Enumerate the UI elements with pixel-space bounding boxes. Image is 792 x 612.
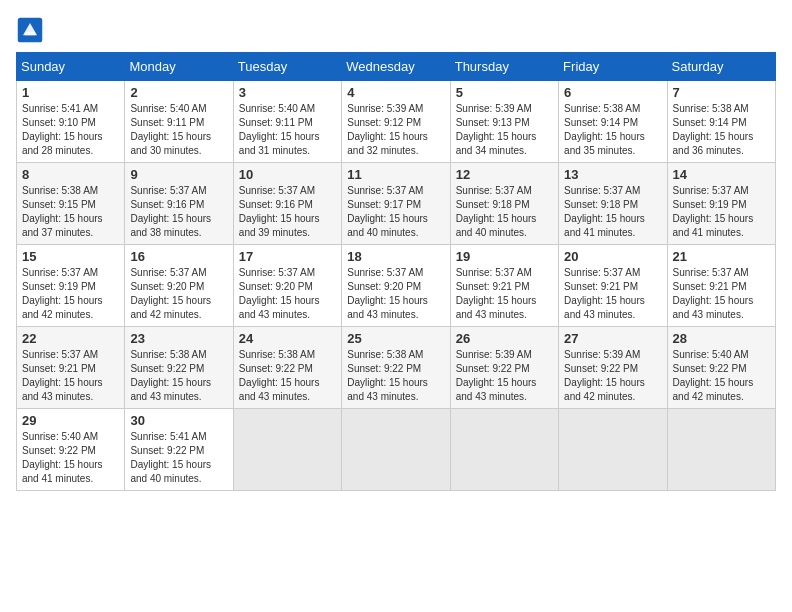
day-number: 18 [347, 249, 444, 264]
calendar-week-row: 22Sunrise: 5:37 AMSunset: 9:21 PMDayligh… [17, 327, 776, 409]
header-thursday: Thursday [450, 53, 558, 81]
day-number: 11 [347, 167, 444, 182]
calendar-cell: 19Sunrise: 5:37 AMSunset: 9:21 PMDayligh… [450, 245, 558, 327]
svg-rect-2 [25, 32, 36, 36]
calendar-cell: 15Sunrise: 5:37 AMSunset: 9:19 PMDayligh… [17, 245, 125, 327]
calendar-cell: 16Sunrise: 5:37 AMSunset: 9:20 PMDayligh… [125, 245, 233, 327]
day-number: 24 [239, 331, 336, 346]
day-info: Sunrise: 5:38 AMSunset: 9:14 PMDaylight:… [564, 102, 661, 158]
calendar-cell: 2Sunrise: 5:40 AMSunset: 9:11 PMDaylight… [125, 81, 233, 163]
day-number: 5 [456, 85, 553, 100]
day-info: Sunrise: 5:39 AMSunset: 9:22 PMDaylight:… [564, 348, 661, 404]
day-number: 13 [564, 167, 661, 182]
calendar-cell [342, 409, 450, 491]
calendar-cell: 17Sunrise: 5:37 AMSunset: 9:20 PMDayligh… [233, 245, 341, 327]
day-info: Sunrise: 5:37 AMSunset: 9:16 PMDaylight:… [239, 184, 336, 240]
day-number: 15 [22, 249, 119, 264]
calendar-cell: 7Sunrise: 5:38 AMSunset: 9:14 PMDaylight… [667, 81, 775, 163]
day-info: Sunrise: 5:38 AMSunset: 9:22 PMDaylight:… [239, 348, 336, 404]
day-number: 25 [347, 331, 444, 346]
day-number: 16 [130, 249, 227, 264]
day-info: Sunrise: 5:38 AMSunset: 9:22 PMDaylight:… [130, 348, 227, 404]
day-number: 3 [239, 85, 336, 100]
day-number: 8 [22, 167, 119, 182]
day-info: Sunrise: 5:39 AMSunset: 9:12 PMDaylight:… [347, 102, 444, 158]
day-info: Sunrise: 5:37 AMSunset: 9:19 PMDaylight:… [22, 266, 119, 322]
calendar-cell: 30Sunrise: 5:41 AMSunset: 9:22 PMDayligh… [125, 409, 233, 491]
header-saturday: Saturday [667, 53, 775, 81]
day-info: Sunrise: 5:37 AMSunset: 9:18 PMDaylight:… [456, 184, 553, 240]
day-info: Sunrise: 5:38 AMSunset: 9:14 PMDaylight:… [673, 102, 770, 158]
day-info: Sunrise: 5:37 AMSunset: 9:16 PMDaylight:… [130, 184, 227, 240]
calendar-week-row: 8Sunrise: 5:38 AMSunset: 9:15 PMDaylight… [17, 163, 776, 245]
day-info: Sunrise: 5:37 AMSunset: 9:19 PMDaylight:… [673, 184, 770, 240]
day-info: Sunrise: 5:41 AMSunset: 9:10 PMDaylight:… [22, 102, 119, 158]
day-number: 29 [22, 413, 119, 428]
day-info: Sunrise: 5:38 AMSunset: 9:15 PMDaylight:… [22, 184, 119, 240]
day-info: Sunrise: 5:40 AMSunset: 9:22 PMDaylight:… [22, 430, 119, 486]
header-friday: Friday [559, 53, 667, 81]
calendar-cell: 20Sunrise: 5:37 AMSunset: 9:21 PMDayligh… [559, 245, 667, 327]
calendar-cell: 8Sunrise: 5:38 AMSunset: 9:15 PMDaylight… [17, 163, 125, 245]
day-number: 20 [564, 249, 661, 264]
calendar-cell [450, 409, 558, 491]
day-number: 26 [456, 331, 553, 346]
day-number: 2 [130, 85, 227, 100]
day-number: 21 [673, 249, 770, 264]
day-number: 9 [130, 167, 227, 182]
calendar-cell: 13Sunrise: 5:37 AMSunset: 9:18 PMDayligh… [559, 163, 667, 245]
day-number: 7 [673, 85, 770, 100]
calendar-cell: 27Sunrise: 5:39 AMSunset: 9:22 PMDayligh… [559, 327, 667, 409]
day-number: 10 [239, 167, 336, 182]
day-number: 12 [456, 167, 553, 182]
calendar-cell: 28Sunrise: 5:40 AMSunset: 9:22 PMDayligh… [667, 327, 775, 409]
calendar-cell: 1Sunrise: 5:41 AMSunset: 9:10 PMDaylight… [17, 81, 125, 163]
calendar-cell: 26Sunrise: 5:39 AMSunset: 9:22 PMDayligh… [450, 327, 558, 409]
calendar-cell: 23Sunrise: 5:38 AMSunset: 9:22 PMDayligh… [125, 327, 233, 409]
day-number: 22 [22, 331, 119, 346]
calendar-cell: 14Sunrise: 5:37 AMSunset: 9:19 PMDayligh… [667, 163, 775, 245]
calendar-week-row: 29Sunrise: 5:40 AMSunset: 9:22 PMDayligh… [17, 409, 776, 491]
header-wednesday: Wednesday [342, 53, 450, 81]
calendar-cell: 6Sunrise: 5:38 AMSunset: 9:14 PMDaylight… [559, 81, 667, 163]
day-info: Sunrise: 5:37 AMSunset: 9:20 PMDaylight:… [347, 266, 444, 322]
header-monday: Monday [125, 53, 233, 81]
calendar: SundayMondayTuesdayWednesdayThursdayFrid… [16, 52, 776, 491]
calendar-header-row: SundayMondayTuesdayWednesdayThursdayFrid… [17, 53, 776, 81]
day-number: 1 [22, 85, 119, 100]
logo [16, 16, 48, 44]
day-number: 4 [347, 85, 444, 100]
day-info: Sunrise: 5:38 AMSunset: 9:22 PMDaylight:… [347, 348, 444, 404]
calendar-cell: 10Sunrise: 5:37 AMSunset: 9:16 PMDayligh… [233, 163, 341, 245]
day-info: Sunrise: 5:39 AMSunset: 9:13 PMDaylight:… [456, 102, 553, 158]
calendar-cell: 5Sunrise: 5:39 AMSunset: 9:13 PMDaylight… [450, 81, 558, 163]
calendar-cell: 22Sunrise: 5:37 AMSunset: 9:21 PMDayligh… [17, 327, 125, 409]
calendar-cell: 12Sunrise: 5:37 AMSunset: 9:18 PMDayligh… [450, 163, 558, 245]
calendar-cell: 11Sunrise: 5:37 AMSunset: 9:17 PMDayligh… [342, 163, 450, 245]
day-info: Sunrise: 5:37 AMSunset: 9:18 PMDaylight:… [564, 184, 661, 240]
day-number: 17 [239, 249, 336, 264]
calendar-cell [559, 409, 667, 491]
calendar-cell: 18Sunrise: 5:37 AMSunset: 9:20 PMDayligh… [342, 245, 450, 327]
calendar-cell: 21Sunrise: 5:37 AMSunset: 9:21 PMDayligh… [667, 245, 775, 327]
calendar-week-row: 1Sunrise: 5:41 AMSunset: 9:10 PMDaylight… [17, 81, 776, 163]
day-number: 30 [130, 413, 227, 428]
calendar-week-row: 15Sunrise: 5:37 AMSunset: 9:19 PMDayligh… [17, 245, 776, 327]
day-info: Sunrise: 5:40 AMSunset: 9:22 PMDaylight:… [673, 348, 770, 404]
calendar-cell: 4Sunrise: 5:39 AMSunset: 9:12 PMDaylight… [342, 81, 450, 163]
calendar-cell: 3Sunrise: 5:40 AMSunset: 9:11 PMDaylight… [233, 81, 341, 163]
day-info: Sunrise: 5:40 AMSunset: 9:11 PMDaylight:… [130, 102, 227, 158]
day-number: 23 [130, 331, 227, 346]
calendar-cell: 9Sunrise: 5:37 AMSunset: 9:16 PMDaylight… [125, 163, 233, 245]
header-tuesday: Tuesday [233, 53, 341, 81]
day-info: Sunrise: 5:40 AMSunset: 9:11 PMDaylight:… [239, 102, 336, 158]
logo-icon [16, 16, 44, 44]
day-info: Sunrise: 5:39 AMSunset: 9:22 PMDaylight:… [456, 348, 553, 404]
day-info: Sunrise: 5:37 AMSunset: 9:21 PMDaylight:… [673, 266, 770, 322]
header-sunday: Sunday [17, 53, 125, 81]
day-info: Sunrise: 5:41 AMSunset: 9:22 PMDaylight:… [130, 430, 227, 486]
day-number: 6 [564, 85, 661, 100]
day-info: Sunrise: 5:37 AMSunset: 9:21 PMDaylight:… [564, 266, 661, 322]
day-number: 14 [673, 167, 770, 182]
day-number: 27 [564, 331, 661, 346]
